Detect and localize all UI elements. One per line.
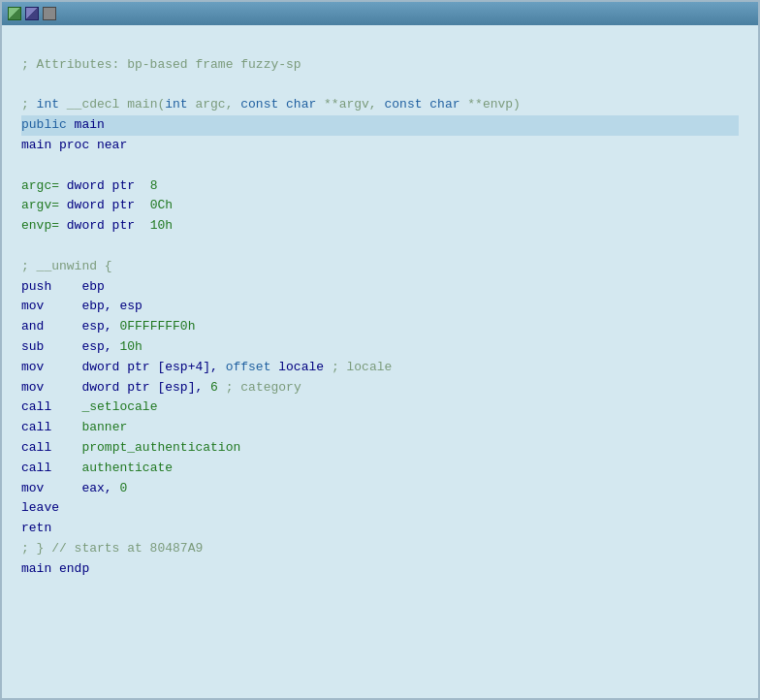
line-mov3: mov dword ptr [esp], 6 ; category [21,378,739,398]
line-end-comment: ; } // starts at 80487A9 [21,539,739,559]
line-attr: ; Attributes: bp-based frame fuzzy-sp [21,55,739,76]
line-blank3 [21,156,739,176]
line-prototype: ; int __cdecl main(int argc, const char … [21,95,739,115]
line-main-endp: main endp [21,559,739,580]
line-mov1: mov ebp, esp [21,297,739,317]
line-mov4: mov eax, 0 [21,479,739,499]
line-unwind: ; __unwind { [21,257,739,277]
line-blank4 [21,237,739,257]
line-call1: call _setlocale [21,398,739,418]
line-sub: sub esp, 10h [21,337,739,358]
line-call4: call authenticate [21,459,739,479]
line-blank1 [21,35,739,55]
line-leave: leave [21,498,739,519]
line-argv: argv= dword ptr 0Ch [21,196,739,216]
line-envp: envp= dword ptr 10h [21,216,739,237]
line-main-proc: main proc near [21,136,739,156]
line-retn: retn [21,519,739,539]
icon2 [25,7,39,20]
line-argc: argc= dword ptr 8 [21,176,739,197]
icon3 [43,7,56,20]
line-mov2: mov dword ptr [esp+4], offset locale ; l… [21,358,739,378]
line-and: and esp, 0FFFFFFF0h [21,317,739,337]
code-area[interactable]: ; Attributes: bp-based frame fuzzy-sp ; … [2,25,758,698]
line-public-main: public main [21,115,739,136]
line-blank2 [21,76,739,96]
line-push: push ebp [21,277,739,298]
icon1 [8,7,21,20]
line-call2: call banner [21,418,739,438]
main-window: ; Attributes: bp-based frame fuzzy-sp ; … [0,0,760,700]
line-call3: call prompt_authentication [21,438,739,459]
title-bar [2,2,758,25]
